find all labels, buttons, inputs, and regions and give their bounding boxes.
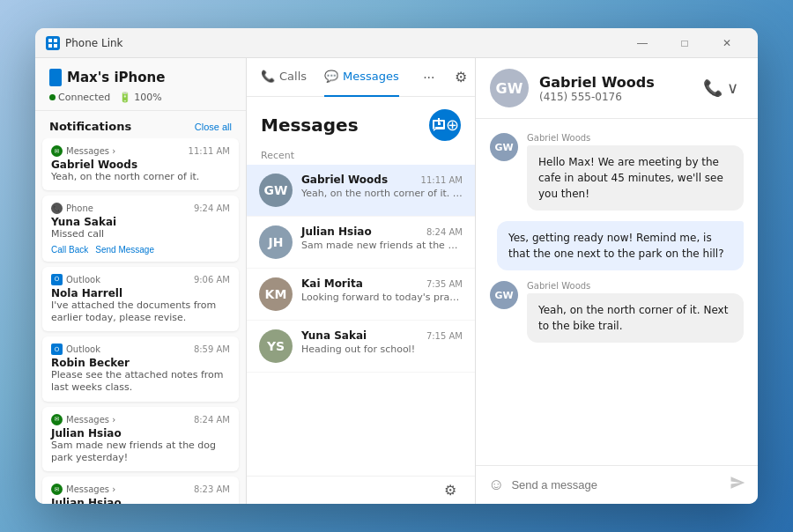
- list-item[interactable]: KM Kai Morita 7:35 AM Looking forward to…: [247, 269, 475, 321]
- list-item[interactable]: O Outlook 9:06 AM Nola Harrell I've atta…: [42, 267, 239, 332]
- settings-messages-button[interactable]: ⚙: [438, 478, 463, 503]
- conversation-panel: GW Gabriel Woods (415) 555-0176 📞 ∨ GW G…: [476, 58, 758, 504]
- messages-title: Messages: [261, 115, 359, 136]
- avatar: KM: [259, 277, 293, 311]
- messages-app-icon-3: ✉: [51, 484, 63, 495]
- conversation-avatar: GW: [490, 69, 529, 107]
- app-logo: [46, 36, 60, 50]
- list-item[interactable]: YS Yuna Sakai 7:15 AM Heading out for sc…: [247, 321, 475, 373]
- list-item[interactable]: ✉ Messages › 11:11 AM Gabriel Woods Yeah…: [42, 138, 239, 190]
- maximize-button[interactable]: □: [664, 28, 705, 58]
- sender-avatar: GW: [490, 133, 518, 161]
- conversation-info: Gabriel Woods (415) 555-0176: [539, 74, 687, 103]
- notifications-title: Notifications: [49, 120, 131, 133]
- connection-status: Connected: [49, 92, 110, 103]
- window-title: Phone Link: [65, 37, 622, 49]
- list-item[interactable]: JH Julian Hsiao 8:24 AM Sam made new fri…: [247, 217, 475, 269]
- message-row: Yes, getting ready now! Remind me, is th…: [490, 221, 744, 270]
- send-button[interactable]: [730, 475, 745, 495]
- conversation-list: GW Gabriel Woods 11:11 AM Yeah, on the n…: [247, 165, 475, 476]
- call-back-button[interactable]: Call Back: [51, 245, 88, 255]
- phone-icon: [49, 69, 62, 86]
- list-item[interactable]: GW Gabriel Woods 11:11 AM Yeah, on the n…: [247, 165, 475, 217]
- svg-rect-3: [54, 44, 57, 48]
- emoji-button[interactable]: ☺: [488, 476, 504, 494]
- sidebar: Max's iPhone Connected 🔋 100% Notificati…: [35, 58, 247, 504]
- messages-header: Messages ⊕: [247, 97, 475, 144]
- device-header: Max's iPhone Connected 🔋 100%: [35, 58, 246, 111]
- received-bubble-2: Yeah, on the north corner of it. Next to…: [527, 293, 744, 343]
- received-bubble: Hello Max! We are meeting by the cafe in…: [527, 145, 744, 211]
- list-item[interactable]: ✉ Messages › 8:24 AM Julian Hsiao Sam ma…: [42, 407, 239, 472]
- list-item[interactable]: O Outlook 8:59 AM Robin Becker Please se…: [42, 336, 239, 402]
- tab-messages[interactable]: 💬 Messages: [324, 58, 399, 97]
- tab-bar: 📞 Calls 💬 Messages ··· ⚙: [247, 58, 475, 97]
- phone-app-icon: 📞: [51, 203, 63, 214]
- settings-button[interactable]: ⚙: [448, 65, 473, 90]
- list-item[interactable]: 📞 Phone 9:24 AM Yuna Sakai Missed call C…: [42, 196, 239, 261]
- svg-rect-2: [48, 44, 52, 48]
- calls-tab-icon: 📞: [261, 70, 275, 83]
- conversation-header: GW Gabriel Woods (415) 555-0176 📞 ∨: [476, 58, 758, 119]
- send-message-button[interactable]: Send Message: [95, 245, 154, 255]
- messages-tab-icon: 💬: [324, 70, 338, 83]
- title-bar: Phone Link — □ ✕: [35, 28, 758, 58]
- messages-footer: ⚙: [247, 476, 475, 504]
- main-window: Phone Link — □ ✕ Max's iPhone Connected: [35, 28, 758, 504]
- outlook-app-icon: O: [51, 274, 63, 285]
- messages-panel: 📞 Calls 💬 Messages ··· ⚙ Messages: [247, 58, 476, 504]
- avatar: GW: [259, 174, 293, 207]
- notifications-header: Notifications Close all: [35, 111, 246, 138]
- svg-rect-4: [438, 122, 440, 125]
- contact-phone: (415) 555-0176: [539, 91, 687, 103]
- close-button[interactable]: ✕: [707, 28, 747, 58]
- window-controls: — □ ✕: [622, 28, 747, 58]
- notifications-list: ✉ Messages › 11:11 AM Gabriel Woods Yeah…: [35, 138, 246, 504]
- recent-label: Recent: [247, 144, 475, 165]
- contact-name: Gabriel Woods: [539, 74, 687, 91]
- outlook-app-icon-2: O: [51, 344, 63, 355]
- message-input[interactable]: [511, 478, 723, 491]
- avatar: YS: [259, 329, 293, 363]
- message-row: GW Gabriel Woods Hello Max! We are meeti…: [490, 133, 744, 211]
- avatar: JH: [259, 225, 293, 259]
- sent-bubble: Yes, getting ready now! Remind me, is th…: [497, 221, 744, 270]
- sender-avatar-2: GW: [490, 281, 518, 309]
- device-status: Connected 🔋 100%: [49, 92, 232, 103]
- list-item[interactable]: ✉ Messages › 8:23 AM Julian Hsiao Thanks…: [42, 477, 239, 504]
- connected-dot: [49, 94, 56, 100]
- call-button[interactable]: 📞 ∨: [698, 75, 744, 101]
- minimize-button[interactable]: —: [622, 28, 663, 58]
- more-options-button[interactable]: ···: [417, 65, 441, 90]
- new-message-button[interactable]: ⊕: [429, 109, 461, 141]
- device-name: Max's iPhone: [49, 69, 232, 86]
- svg-rect-0: [48, 39, 52, 42]
- conversation-actions: 📞 ∨: [698, 75, 744, 101]
- tab-calls[interactable]: 📞 Calls: [261, 58, 307, 97]
- messages-app-icon: ✉: [51, 145, 63, 157]
- battery-icon: 🔋: [119, 92, 131, 103]
- svg-rect-1: [54, 39, 57, 42]
- battery-status: 🔋 100%: [119, 92, 161, 103]
- content-area: Max's iPhone Connected 🔋 100% Notificati…: [35, 58, 758, 504]
- message-input-area: ☺: [476, 465, 758, 504]
- clear-all-button[interactable]: Close all: [195, 122, 232, 132]
- messages-area: GW Gabriel Woods Hello Max! We are meeti…: [476, 119, 758, 465]
- messages-app-icon-2: ✉: [51, 414, 63, 425]
- message-row: GW Gabriel Woods Yeah, on the north corn…: [490, 281, 744, 343]
